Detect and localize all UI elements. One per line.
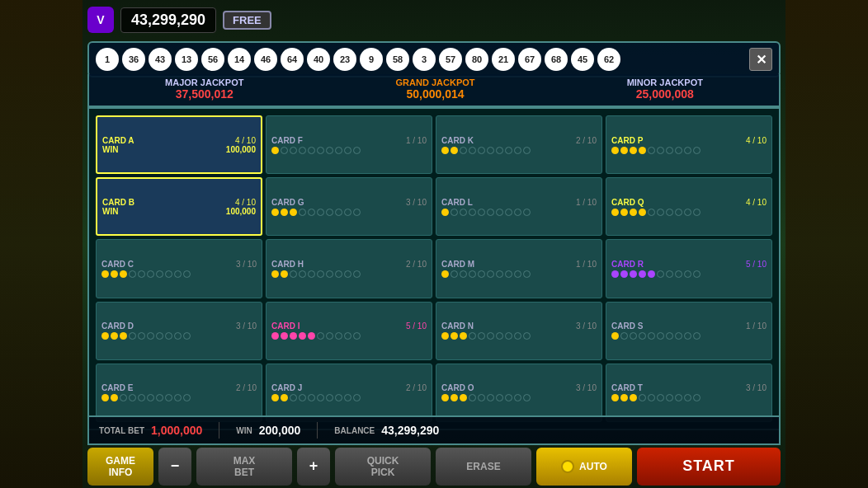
dot-empty (648, 147, 655, 154)
start-button[interactable]: START (637, 448, 781, 486)
card-dots (271, 394, 427, 401)
dot-filled (101, 270, 109, 278)
dot-empty (693, 332, 701, 340)
dot-empty (308, 270, 315, 278)
max-bet-button[interactable]: MAXBET (196, 448, 292, 486)
number-ball: 80 (465, 48, 488, 71)
number-ball: 67 (518, 48, 541, 71)
dot-filled (630, 209, 637, 216)
dot-empty (496, 147, 503, 154)
jackpots-row: MAJOR JACKPOT 37,500,012 GRAND JACKPOT 5… (87, 74, 781, 107)
dot-empty (505, 209, 512, 216)
dot-filled (620, 209, 628, 216)
card-ratio: 5 / 10 (406, 321, 427, 331)
dot-filled (299, 332, 306, 340)
minus-button[interactable]: − (158, 448, 191, 486)
card-cell[interactable]: CARD Q 4 / 10 (606, 177, 772, 236)
card-ratio: 2 / 10 (236, 383, 257, 392)
auto-button[interactable]: AUTO (536, 448, 632, 486)
dot-empty (496, 270, 503, 278)
card-cell[interactable]: CARD K 2 / 10 (436, 115, 602, 174)
dot-empty (317, 332, 324, 340)
dot-empty (290, 394, 297, 401)
dot-empty (156, 270, 163, 278)
dot-filled (611, 209, 619, 216)
card-dots (441, 147, 597, 154)
card-cell[interactable]: CARD R 5 / 10 (606, 239, 772, 298)
card-cell[interactable]: CARD P 4 / 10 (606, 115, 772, 174)
balance-value: 43,299,290 (381, 424, 439, 437)
game-info-button[interactable]: GAMEINFO (87, 448, 153, 486)
card-cell[interactable]: CARD T 3 / 10 (606, 364, 772, 422)
card-ratio: 1 / 10 (576, 198, 597, 207)
card-name: CARD A (102, 136, 134, 145)
dot-filled (441, 332, 449, 340)
dot-filled (281, 209, 288, 216)
card-ratio: 4 / 10 (746, 198, 767, 207)
card-dots (271, 209, 427, 216)
dot-filled (111, 270, 118, 278)
dot-empty (505, 394, 512, 401)
dot-empty (344, 209, 351, 216)
dot-empty (478, 394, 485, 401)
card-cell[interactable]: CARD N 3 / 10 (436, 302, 602, 360)
card-dots (101, 332, 257, 340)
card-cell[interactable]: CARD A 4 / 10 WIN 100,000 (96, 115, 262, 174)
card-cell[interactable]: CARD C 3 / 10 (96, 239, 262, 298)
quick-pick-button[interactable]: QUICKPICK (335, 448, 431, 486)
free-badge: FREE (223, 11, 271, 30)
dot-empty (344, 147, 351, 154)
dot-filled (630, 394, 637, 401)
number-ball: 43 (149, 48, 172, 71)
card-name: CARD D (101, 321, 134, 331)
number-ball: 9 (360, 48, 383, 71)
dot-empty (344, 270, 351, 278)
card-cell[interactable]: CARD L 1 / 10 (436, 177, 602, 236)
erase-button[interactable]: ERASE (436, 448, 531, 486)
card-name: CARD M (441, 260, 474, 269)
card-cell[interactable]: CARD I 5 / 10 (266, 302, 432, 360)
dot-empty (326, 394, 333, 401)
dot-filled (611, 270, 619, 278)
dot-filled (611, 394, 619, 401)
dot-filled (639, 209, 646, 216)
dot-filled (271, 209, 279, 216)
card-dots (611, 394, 767, 401)
dot-empty (317, 209, 324, 216)
card-cell[interactable]: CARD F 1 / 10 (266, 115, 432, 174)
major-jackpot: MAJOR JACKPOT 37,500,012 (165, 77, 243, 101)
card-win-label: WIN (102, 145, 118, 154)
card-ratio: 4 / 10 (235, 198, 256, 207)
dot-filled (630, 147, 637, 154)
dot-empty (147, 332, 154, 340)
card-ratio: 3 / 10 (236, 321, 257, 331)
dot-empty (326, 209, 333, 216)
plus-button[interactable]: + (297, 448, 330, 486)
card-cell[interactable]: CARD H 2 / 10 (266, 239, 432, 298)
card-cell[interactable]: CARD G 3 / 10 (266, 177, 432, 236)
dot-filled (281, 332, 288, 340)
dot-empty (308, 394, 315, 401)
dot-empty (639, 332, 646, 340)
card-name: CARD N (441, 321, 474, 331)
dot-empty (147, 270, 154, 278)
card-cell[interactable]: CARD D 3 / 10 (96, 302, 262, 360)
dot-empty (478, 332, 485, 340)
card-cell[interactable]: CARD O 3 / 10 (436, 364, 602, 422)
dot-empty (460, 270, 467, 278)
dot-empty (290, 270, 297, 278)
card-cell[interactable]: CARD E 2 / 10 (96, 364, 262, 422)
dot-filled (271, 332, 279, 340)
card-cell[interactable]: CARD S 1 / 10 (606, 302, 772, 360)
dot-filled (308, 332, 315, 340)
dot-empty (666, 209, 673, 216)
close-button[interactable]: ✕ (749, 48, 772, 71)
card-ratio: 2 / 10 (406, 383, 427, 392)
dot-filled (101, 332, 109, 340)
card-cell[interactable]: CARD J 2 / 10 (266, 364, 432, 422)
number-ball: 46 (254, 48, 277, 71)
card-cell[interactable]: CARD B 4 / 10 WIN 100,000 (96, 177, 262, 236)
card-cell[interactable]: CARD M 1 / 10 (436, 239, 602, 298)
card-ratio: 3 / 10 (236, 260, 257, 269)
dot-empty (326, 332, 333, 340)
